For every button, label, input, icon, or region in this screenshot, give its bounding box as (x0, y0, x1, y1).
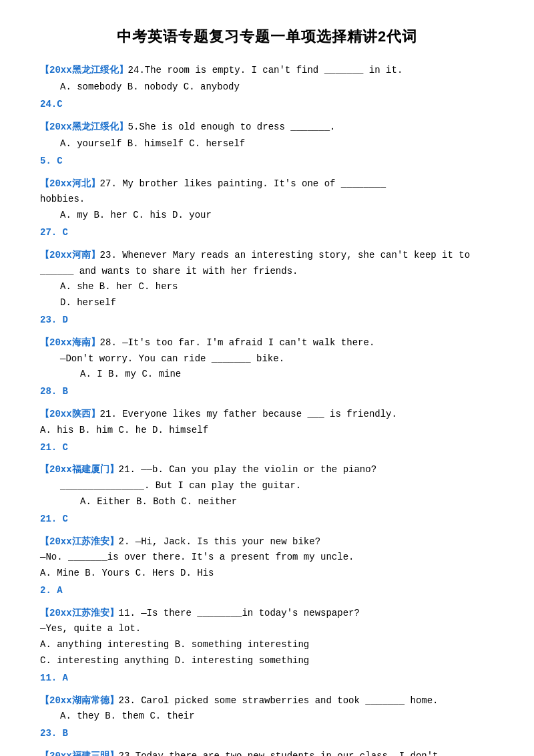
answer: 5. C (40, 154, 494, 170)
question-text: 28. —It's too far. I'm afraid I can't wa… (100, 337, 375, 348)
options-line1: A. she B. her C. hers (60, 279, 494, 295)
options-line: A. they B. them C. their (60, 709, 494, 725)
answer: 28. B (40, 384, 494, 400)
question-tag: 【20xx黑龙江绥化】 (40, 65, 128, 75)
question-block: 【20xx江苏淮安】2. —Hi, Jack. Is this your new… (40, 534, 494, 599)
question-text: 11. —Is there ________in today's newspap… (119, 608, 360, 618)
options-line: A. I B. my C. mine (80, 367, 494, 383)
question-tag: 【20xx湖南常德】 (40, 695, 119, 706)
question-block: 【20xx福建厦门】21. ——b. Can you play the viol… (40, 462, 494, 527)
question-tag: 【20xx河北】 (40, 178, 100, 189)
answer: 21. C (40, 440, 494, 456)
page-title: 中考英语专题复习专题一单项选择精讲2代词 (40, 27, 494, 47)
question-text: 24.The room is empty. I can't find _____… (128, 65, 403, 75)
options-line: A. Mine B. Yours C. Hers D. His (40, 566, 494, 582)
options-line: A. somebody B. nobody C. anybody (60, 79, 494, 96)
question-block: 【20xx黑龙江绥化】5.She is old enough to dress … (40, 120, 494, 170)
question-block: 【20xx陕西】21. Everyone likes my father bec… (40, 407, 494, 455)
question-text2: _______________. But I can play the guit… (60, 478, 494, 494)
options-line: A. yourself B. himself C. herself (60, 136, 494, 152)
question-text: 5.She is old enough to dress _______. (128, 122, 336, 132)
answer: 11. A (40, 671, 494, 687)
question-text: 23. Whenever Mary reads an interesting s… (40, 250, 470, 276)
question-block: 【20xx湖南常德】23. Carol picked some strawber… (40, 693, 494, 742)
answer: 23. D (40, 313, 494, 329)
options-line: A. my B. her C. his D. your (60, 208, 494, 224)
options-line: A. Either B. Both C. neither (80, 494, 494, 510)
question-block: 【20xx江苏淮安】11. —Is there ________in today… (40, 606, 494, 687)
question-tag: 【20xx河南】 (40, 250, 100, 260)
answer: 2. A (40, 583, 494, 599)
question-tag: 【20xx陕西】 (40, 409, 100, 419)
question-text2: —Yes, quite a lot. (40, 621, 494, 637)
question-tag: 【20xx福建三明】 (40, 751, 119, 756)
options-line: A. his B. him C. he D. himself (40, 423, 494, 439)
answer: 27. C (40, 225, 494, 241)
options-line2: C. interesting anything D. interesting s… (40, 653, 494, 669)
question-text: 21. ——b. Can you play the violin or the … (119, 464, 376, 475)
question-tag: 【20xx江苏淮安】 (40, 536, 119, 547)
question-block: 【20xx河北】27. My brother likes painting. I… (40, 176, 494, 241)
answer: 21. C (40, 512, 494, 528)
question-text: 21. Everyone likes my father because ___… (100, 409, 397, 419)
options-line1: A. anything interesting B. something int… (40, 637, 494, 653)
question-text: 23. Carol picked some strawberries and t… (119, 695, 439, 706)
question-tag: 【20xx江苏淮安】 (40, 608, 119, 618)
question-tag: 【20xx黑龙江绥化】 (40, 122, 128, 132)
question-block: 【20xx海南】28. —It's too far. I'm afraid I … (40, 335, 494, 400)
question-text2: —No. _______is over there. It's a presen… (40, 550, 494, 566)
question-block: 【20xx河南】23. Whenever Mary reads an inter… (40, 248, 494, 329)
question-text: 2. —Hi, Jack. Is this your new bike? (119, 536, 320, 547)
answer: 23. B (40, 726, 494, 742)
question-text2: —Don't worry. You can ride _______ bike. (60, 351, 494, 367)
question-block: 【20xx福建三明】23.Today there are two new stu… (40, 749, 494, 756)
question-tag: 【20xx海南】 (40, 337, 100, 348)
question-tag: 【20xx福建厦门】 (40, 464, 119, 475)
questions-container: 【20xx黑龙江绥化】24.The room is empty. I can't… (40, 63, 494, 756)
question-text: 27. My brother likes painting. It's one … (100, 178, 386, 189)
question-block: 【20xx黑龙江绥化】24.The room is empty. I can't… (40, 63, 494, 113)
options-line2: D. herself (60, 295, 494, 311)
question-text2: hobbies. (40, 192, 494, 208)
answer: 24.C (40, 97, 494, 113)
